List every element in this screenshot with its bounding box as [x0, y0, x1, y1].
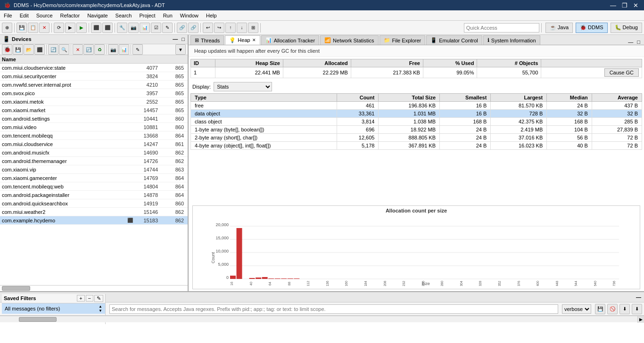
menu-project[interactable]: Project [135, 12, 159, 19]
device-row[interactable]: com.miui.weather2 15146 862 [0, 208, 188, 216]
device-row[interactable]: com.android.thememanager 14726 862 [0, 157, 188, 165]
toolbar-btn-1[interactable]: ⊕ [2, 23, 12, 33]
toolbar-btn-18[interactable]: ↪ [214, 23, 224, 33]
device-row[interactable]: com.svox.pico 3957 865 [0, 89, 188, 98]
device-row[interactable]: com.miui.video 10881 860 [0, 123, 188, 131]
hscroll-thumb[interactable] [2, 286, 30, 291]
display-select[interactable]: Stats Linear allocation log Bitmap graph… [214, 82, 272, 91]
devices-stop-btn[interactable]: ⬛ [34, 44, 45, 55]
device-row[interactable]: com.android.quicksearchbox 14919 860 [0, 199, 188, 208]
toolbar-btn-13[interactable]: ☑ [151, 23, 161, 33]
devices-dump-btn[interactable]: 📊 [119, 44, 129, 55]
type-table-row[interactable]: class object 3,814 1.038 MB 168 B 42.375… [191, 118, 642, 126]
devices-load-btn[interactable]: 📂 [24, 44, 34, 55]
devices-save-btn[interactable]: 💾 [13, 44, 23, 55]
device-row[interactable]: com.android.settings 10441 860 [0, 114, 188, 123]
logcat-minimize-btn[interactable]: — [636, 294, 641, 300]
devices-screen-btn[interactable]: 🔄 [48, 44, 58, 55]
perspective-debug-btn[interactable]: 🐛 Debug [611, 23, 642, 33]
edit-filter-btn[interactable]: ✎ [94, 295, 103, 302]
devices-hscroll[interactable] [0, 285, 188, 291]
device-row[interactable]: com.miui.cloudservice:state 4077 865 [0, 64, 188, 72]
toolbar-btn-12[interactable]: 📊 [140, 23, 150, 33]
menu-help[interactable]: Help [202, 12, 221, 19]
devices-gc-btn[interactable]: ♻ [94, 44, 105, 55]
toolbar-btn-3[interactable]: 📋 [28, 23, 38, 33]
toolbar-btn-14[interactable]: ✎ [162, 23, 173, 33]
type-table-row[interactable]: 2-byte array (short[], char[]) 12,605 88… [191, 134, 642, 142]
devices-scroll-btn[interactable]: ▼ [175, 44, 186, 55]
type-table-row[interactable]: 4-byte array (object[], int[], float[]) … [191, 142, 642, 150]
device-row[interactable]: com.xiaomi.metok 2552 865 [0, 98, 188, 106]
devices-minimize-btn[interactable]: — [173, 36, 178, 42]
toolbar-btn-9[interactable]: ⬛ [102, 23, 113, 33]
right-panel-maximize-btn[interactable]: □ [635, 39, 642, 45]
type-table-row[interactable]: 1-byte array (byte[], boolean[]) 696 18.… [191, 126, 642, 134]
menu-run[interactable]: Run [159, 12, 176, 19]
device-row[interactable]: com.tencent.mobileqq:web 14804 864 [0, 182, 188, 191]
device-row[interactable]: com.android.packageinstaller 14878 864 [0, 191, 188, 199]
toolbar-btn-4[interactable]: ✕ [39, 23, 50, 33]
devices-update-btn[interactable]: 🔃 [83, 44, 94, 55]
devices-debug-btn[interactable]: 🐞 [2, 44, 12, 55]
menu-edit[interactable]: Edit [16, 12, 33, 19]
device-row[interactable]: com.xiaomi.market 14457 865 [0, 106, 188, 114]
device-row[interactable]: com.miui.securitycenter 3824 865 [0, 72, 188, 81]
tab-allocation-tracker[interactable]: 📊 Allocation Tracker [261, 35, 319, 45]
logcat-search-input[interactable] [109, 304, 558, 314]
logcat-hscroll-btn[interactable]: ⬇ [632, 304, 642, 314]
type-table-row[interactable]: data object 33,361 1.031 MB 16 B 728 B 3… [191, 110, 642, 118]
add-filter-btn[interactable]: + [77, 295, 84, 302]
toolbar-btn-10[interactable]: 🔧 [117, 23, 127, 33]
tab-emulator-control[interactable]: 📱 Emulator Control [426, 35, 482, 45]
menu-navigate[interactable]: Navigate [83, 12, 111, 19]
quick-access-input[interactable] [464, 23, 539, 33]
devices-kill-btn[interactable]: ✕ [73, 44, 83, 55]
menu-source[interactable]: Source [33, 12, 57, 19]
logcat-save-btn[interactable]: 💾 [595, 304, 605, 314]
devices-photo-btn[interactable]: 📷 [108, 44, 118, 55]
tab-system-information[interactable]: ℹ System Information [483, 35, 540, 45]
menu-search[interactable]: Search [112, 12, 136, 19]
toolbar-btn-8[interactable]: ⬛ [91, 23, 101, 33]
logcat-clear-btn[interactable]: 🚫 [607, 304, 618, 314]
logcat-scroll-btn[interactable]: ⬇ [619, 304, 630, 314]
toolbar-btn-16[interactable]: 🔗 [188, 23, 198, 33]
close-button[interactable]: ✕ [631, 2, 640, 9]
logcat-hscroll[interactable]: ▶ [0, 316, 644, 322]
menu-refactor[interactable]: Refactor [57, 12, 84, 19]
devices-inspect-btn[interactable]: 🔍 [59, 44, 69, 55]
devices-check-btn[interactable]: ✎ [132, 44, 143, 55]
toolbar-btn-11[interactable]: 📷 [128, 23, 139, 33]
perspective-java-btn[interactable]: ☕ Java [545, 23, 573, 33]
toolbar-btn-15[interactable]: 🔗 [177, 23, 187, 33]
device-row[interactable]: com.example.hcydemo ⬛ 15183 862 [0, 216, 188, 225]
devices-maximize-btn[interactable]: □ [182, 36, 185, 42]
toolbar-btn-2[interactable]: 💾 [17, 23, 27, 33]
heap-tab-close[interactable]: ✕ [252, 38, 256, 42]
toolbar-btn-20[interactable]: ↓ [237, 23, 247, 33]
cause-gc-button[interactable]: Cause GC [604, 68, 639, 77]
tab-heap[interactable]: 💡 Heap ✕ [225, 35, 260, 45]
perspective-ddms-btn[interactable]: 🐞 DDMS [576, 23, 607, 33]
toolbar-btn-21[interactable]: ⊞ [248, 23, 258, 33]
device-row[interactable]: com.miui.cloudservice 14247 861 [0, 140, 188, 148]
tab-network-statistics[interactable]: 📶 Network Statistics [320, 35, 378, 45]
logcat-hscroll-thumb[interactable] [19, 317, 57, 322]
logcat-scroll-right-btn[interactable]: ▶ [637, 316, 644, 323]
toolbar-btn-17[interactable]: ↩ [203, 23, 213, 33]
remove-filter-btn[interactable]: − [86, 295, 93, 302]
device-row[interactable]: com.xiaomi.gamecenter 14769 864 [0, 174, 188, 182]
toolbar-btn-6[interactable]: ▶ [65, 23, 75, 33]
toolbar-btn-5[interactable]: ⟳ [54, 23, 64, 33]
logcat-verbose-select[interactable]: verbose debug info warn error [562, 304, 591, 314]
right-panel-minimize-btn[interactable]: — [626, 39, 635, 45]
device-row[interactable]: com.android.musicfx 14690 862 [0, 148, 188, 157]
minimize-button[interactable]: — [608, 2, 618, 9]
filter-all-arrows[interactable]: ▲ ▼ [99, 304, 102, 313]
toolbar-btn-7[interactable]: ▶ [76, 23, 87, 33]
device-row[interactable]: com.tencent.mobileqq 13668 864 [0, 131, 188, 140]
device-row[interactable]: com.xiaomi.vip 14744 863 [0, 165, 188, 174]
toolbar-btn-19[interactable]: ↑ [225, 23, 236, 33]
tab-file-explorer[interactable]: 📁 File Explorer [380, 35, 426, 45]
